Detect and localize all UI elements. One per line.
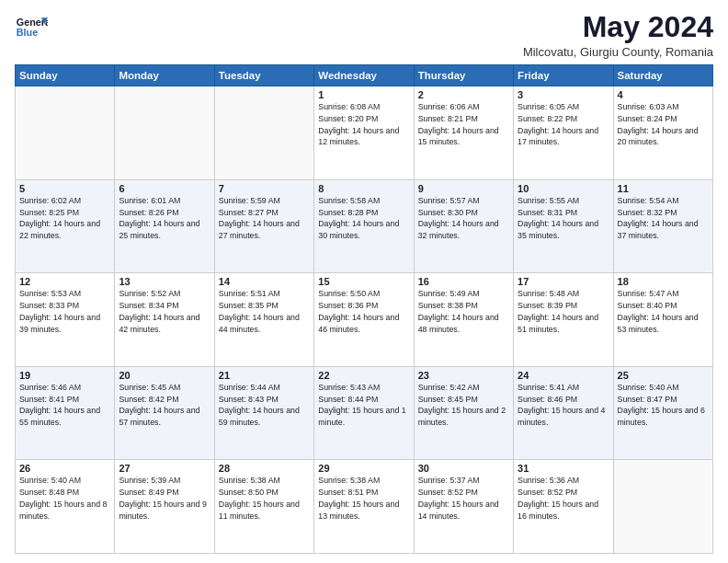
calendar-cell: 13Sunrise: 5:52 AM Sunset: 8:34 PM Dayli… [115,273,214,367]
day-details: Sunrise: 5:42 AM Sunset: 8:45 PM Dayligh… [418,382,509,429]
day-number: 9 [418,183,509,194]
calendar-cell: 4Sunrise: 6:03 AM Sunset: 8:24 PM Daylig… [613,86,712,180]
day-details: Sunrise: 6:06 AM Sunset: 8:21 PM Dayligh… [418,101,509,148]
calendar-cell [613,460,712,554]
day-number: 16 [418,276,509,287]
calendar-cell [16,86,115,180]
calendar-week-row: 1Sunrise: 6:08 AM Sunset: 8:20 PM Daylig… [16,86,713,180]
day-number: 24 [518,370,609,381]
day-details: Sunrise: 5:47 AM Sunset: 8:40 PM Dayligh… [618,288,709,335]
day-details: Sunrise: 5:44 AM Sunset: 8:43 PM Dayligh… [219,382,310,429]
day-details: Sunrise: 5:43 AM Sunset: 8:44 PM Dayligh… [318,382,409,429]
day-details: Sunrise: 5:51 AM Sunset: 8:35 PM Dayligh… [219,288,310,335]
day-number: 23 [418,370,509,381]
col-sunday: Sunday [16,65,115,86]
calendar-cell: 16Sunrise: 5:49 AM Sunset: 8:38 PM Dayli… [414,273,513,367]
day-number: 27 [119,463,210,474]
day-number: 17 [518,276,609,287]
day-number: 18 [618,276,709,287]
calendar-cell: 21Sunrise: 5:44 AM Sunset: 8:43 PM Dayli… [214,366,313,460]
calendar-cell: 22Sunrise: 5:43 AM Sunset: 8:44 PM Dayli… [314,366,414,460]
day-details: Sunrise: 5:55 AM Sunset: 8:31 PM Dayligh… [518,195,609,242]
calendar-cell: 27Sunrise: 5:39 AM Sunset: 8:49 PM Dayli… [115,460,214,554]
day-details: Sunrise: 5:59 AM Sunset: 8:27 PM Dayligh… [219,195,310,242]
calendar-cell: 24Sunrise: 5:41 AM Sunset: 8:46 PM Dayli… [514,366,613,460]
calendar-cell: 7Sunrise: 5:59 AM Sunset: 8:27 PM Daylig… [214,179,313,273]
day-number: 20 [119,370,210,381]
day-details: Sunrise: 5:41 AM Sunset: 8:46 PM Dayligh… [518,382,609,429]
day-details: Sunrise: 6:02 AM Sunset: 8:25 PM Dayligh… [19,195,110,242]
calendar-cell: 28Sunrise: 5:38 AM Sunset: 8:50 PM Dayli… [214,460,313,554]
day-details: Sunrise: 5:53 AM Sunset: 8:33 PM Dayligh… [19,288,110,335]
calendar-cell: 23Sunrise: 5:42 AM Sunset: 8:45 PM Dayli… [414,366,513,460]
svg-text:Blue: Blue [17,27,38,38]
day-number: 19 [19,370,110,381]
day-number: 15 [318,276,409,287]
calendar-header-row: Sunday Monday Tuesday Wednesday Thursday… [16,65,713,86]
day-number: 7 [219,183,310,194]
col-friday: Friday [514,65,613,86]
calendar-week-row: 26Sunrise: 5:40 AM Sunset: 8:48 PM Dayli… [16,460,713,554]
day-number: 6 [119,183,210,194]
calendar-cell: 30Sunrise: 5:37 AM Sunset: 8:52 PM Dayli… [414,460,513,554]
calendar-cell: 12Sunrise: 5:53 AM Sunset: 8:33 PM Dayli… [16,273,115,367]
day-number: 14 [219,276,310,287]
day-number: 31 [518,463,609,474]
calendar-cell: 17Sunrise: 5:48 AM Sunset: 8:39 PM Dayli… [514,273,613,367]
day-details: Sunrise: 5:38 AM Sunset: 8:50 PM Dayligh… [219,475,310,522]
day-details: Sunrise: 5:46 AM Sunset: 8:41 PM Dayligh… [19,382,110,429]
day-details: Sunrise: 5:58 AM Sunset: 8:28 PM Dayligh… [318,195,409,242]
day-details: Sunrise: 5:57 AM Sunset: 8:30 PM Dayligh… [418,195,509,242]
day-details: Sunrise: 6:03 AM Sunset: 8:24 PM Dayligh… [618,101,709,148]
col-tuesday: Tuesday [214,65,313,86]
col-wednesday: Wednesday [314,65,414,86]
day-number: 11 [618,183,709,194]
calendar-cell: 18Sunrise: 5:47 AM Sunset: 8:40 PM Dayli… [613,273,712,367]
col-monday: Monday [115,65,214,86]
day-number: 4 [618,89,709,100]
day-details: Sunrise: 5:48 AM Sunset: 8:39 PM Dayligh… [518,288,609,335]
day-number: 5 [19,183,110,194]
subtitle: Milcovatu, Giurgiu County, Romania [523,45,713,59]
calendar-cell: 31Sunrise: 5:36 AM Sunset: 8:52 PM Dayli… [514,460,613,554]
day-number: 28 [219,463,310,474]
day-number: 21 [219,370,310,381]
day-number: 29 [318,463,409,474]
day-details: Sunrise: 5:49 AM Sunset: 8:38 PM Dayligh… [418,288,509,335]
day-number: 22 [318,370,409,381]
calendar-cell: 5Sunrise: 6:02 AM Sunset: 8:25 PM Daylig… [16,179,115,273]
calendar-cell: 19Sunrise: 5:46 AM Sunset: 8:41 PM Dayli… [16,366,115,460]
day-number: 8 [318,183,409,194]
col-thursday: Thursday [414,65,513,86]
calendar-table: Sunday Monday Tuesday Wednesday Thursday… [15,64,713,554]
day-number: 1 [318,89,409,100]
calendar-week-row: 19Sunrise: 5:46 AM Sunset: 8:41 PM Dayli… [16,366,713,460]
calendar-cell: 11Sunrise: 5:54 AM Sunset: 8:32 PM Dayli… [613,179,712,273]
day-details: Sunrise: 5:54 AM Sunset: 8:32 PM Dayligh… [618,195,709,242]
calendar-week-row: 12Sunrise: 5:53 AM Sunset: 8:33 PM Dayli… [16,273,713,367]
day-details: Sunrise: 5:45 AM Sunset: 8:42 PM Dayligh… [119,382,210,429]
col-saturday: Saturday [613,65,712,86]
day-number: 2 [418,89,509,100]
header: General Blue May 2024 Milcovatu, Giurgiu… [15,11,713,59]
day-details: Sunrise: 5:39 AM Sunset: 8:49 PM Dayligh… [119,475,210,522]
calendar-cell: 29Sunrise: 5:38 AM Sunset: 8:51 PM Dayli… [314,460,414,554]
calendar-cell: 26Sunrise: 5:40 AM Sunset: 8:48 PM Dayli… [16,460,115,554]
calendar-cell [115,86,214,180]
page: General Blue May 2024 Milcovatu, Giurgiu… [0,0,728,563]
day-details: Sunrise: 6:01 AM Sunset: 8:26 PM Dayligh… [119,195,210,242]
day-number: 3 [518,89,609,100]
calendar-cell: 2Sunrise: 6:06 AM Sunset: 8:21 PM Daylig… [414,86,513,180]
logo-icon: General Blue [15,11,48,44]
day-details: Sunrise: 5:36 AM Sunset: 8:52 PM Dayligh… [518,475,609,522]
day-details: Sunrise: 5:50 AM Sunset: 8:36 PM Dayligh… [318,288,409,335]
calendar-cell: 8Sunrise: 5:58 AM Sunset: 8:28 PM Daylig… [314,179,414,273]
logo: General Blue [15,11,48,44]
calendar-cell: 15Sunrise: 5:50 AM Sunset: 8:36 PM Dayli… [314,273,414,367]
day-details: Sunrise: 5:37 AM Sunset: 8:52 PM Dayligh… [418,475,509,522]
day-details: Sunrise: 6:05 AM Sunset: 8:22 PM Dayligh… [518,101,609,148]
day-details: Sunrise: 5:52 AM Sunset: 8:34 PM Dayligh… [119,288,210,335]
day-number: 30 [418,463,509,474]
day-details: Sunrise: 5:40 AM Sunset: 8:48 PM Dayligh… [19,475,110,522]
calendar-cell: 20Sunrise: 5:45 AM Sunset: 8:42 PM Dayli… [115,366,214,460]
